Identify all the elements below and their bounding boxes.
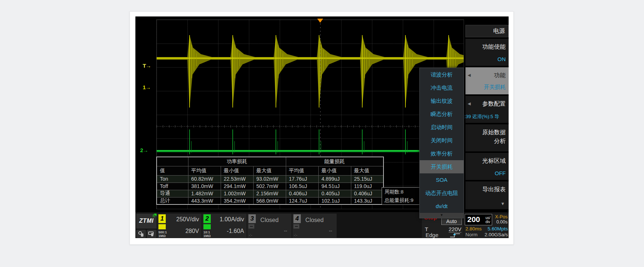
sidebar-menu: 电源 功能使能 ON ◀ 功能 开关损耗 ◀ 参数配置 :39 迟滞(%):5 … [465, 16, 509, 211]
trigger-mode-button[interactable]: Auto [441, 218, 462, 225]
tap-select-button[interactable] [147, 230, 157, 238]
sidebar-title-power: 电源 [465, 25, 509, 37]
ch2-probe-ratio: 10:1 [203, 230, 210, 234]
ch1-probe-ratio: 500:1 [158, 230, 167, 234]
cursor-zone-state: OFF [495, 170, 506, 176]
function-selected-value: 开关损耗 [484, 84, 506, 91]
menu-item-transient[interactable]: 瞬态分析 [420, 108, 464, 121]
ch2-ground-marker[interactable]: 2→ [140, 147, 148, 153]
timebase-block[interactable]: 200 us/div X-Pos 0.00s 2.80ms 5.60Mpts N… [464, 214, 509, 238]
ch2-offset: -1.60A [227, 228, 244, 234]
channel4-block[interactable]: 4 Closed -- -:- [292, 214, 337, 238]
timebase-scale-box[interactable]: 200 us/div [465, 214, 492, 225]
sidebar-item-function[interactable]: ◀ 功能 开关损耗 [465, 67, 509, 94]
chevron-left-icon: ◀ [468, 73, 471, 78]
ch3-offset: -- [284, 228, 287, 234]
ch1-scale: 250V/div [176, 216, 199, 223]
chevron-down-icon: ▼ [501, 201, 505, 206]
menu-item-harmonic[interactable]: 谐波分析 [420, 68, 464, 81]
channel2-block[interactable]: 2 10:11MΩ 1.00A/div -1.60A [202, 214, 247, 238]
touch-mode-button[interactable] [136, 230, 146, 238]
ch4-probe: -:- [294, 233, 297, 237]
xpos-label: X-Pos [495, 214, 508, 219]
ch3-probe: -:- [249, 233, 252, 237]
loss-measurement-table: 功率损耗 能量损耗 值 平均值 最小值 最大值 平均值 最小值 最大值 Ton6… [156, 157, 384, 205]
menu-item-turnon-time[interactable]: 启动时间 [420, 121, 464, 134]
sidebar-item-raw-data-analysis[interactable]: 原始数据 分析 [465, 124, 509, 151]
capture-span: 2.80ms [465, 226, 482, 232]
ch1-ground-marker[interactable]: 1→ [143, 84, 150, 90]
ch4-offset: -- [329, 228, 332, 234]
menu-item-turnoff-time[interactable]: 关闭时间 [420, 134, 464, 147]
channel3-block[interactable]: 3 Closed -- -:- [247, 214, 292, 238]
ch2-coupling-icon [203, 224, 211, 229]
function-enable-state: ON [498, 56, 506, 62]
menu-item-inrush[interactable]: 冲击电流 [420, 81, 464, 94]
ch2-scale: 1.00A/div [220, 216, 244, 223]
ch1-offset: 280V [186, 228, 199, 234]
menu-item-switching-loss[interactable]: 开关损耗 [420, 160, 464, 173]
ch2-badge: 2 [203, 214, 211, 223]
menu-scroll-down-icon[interactable]: ▼ [420, 213, 464, 218]
oscilloscope-app: T→ 1→ 2→ 功率损耗 能量损耗 值 平均值 最小值 最大值 平均值 最小值… [135, 16, 509, 238]
menu-item-dvdt[interactable]: dv/dt [420, 200, 464, 213]
param-config-summary: :39 迟滞(%):5 导 [464, 113, 509, 120]
sidebar-item-export-report[interactable]: 导出报表 ▼ [465, 181, 509, 209]
trigger-source: T [425, 226, 428, 232]
trigger-position-marker[interactable] [317, 19, 323, 23]
memory-depth: 5.60Mpts [487, 226, 508, 232]
table-row: 总计443.3mW354.2mW568.0mW124.7uJ102.1uJ143… [157, 197, 383, 204]
menu-item-ripple[interactable]: 输出纹波 [420, 94, 464, 108]
menu-item-dynamic-resistance[interactable]: 动态开点电阻 [420, 187, 464, 200]
trigger-level: 220V [449, 226, 461, 233]
ch1-coupling-icon [158, 224, 166, 229]
timebase-unit: us/div [486, 216, 490, 224]
trigger-level-marker[interactable]: T→ [143, 63, 151, 69]
menu-item-soa[interactable]: SOA [420, 173, 464, 187]
corner-badge [154, 214, 157, 217]
ch4-coupling-icon [293, 224, 299, 229]
rising-edge-icon [450, 233, 461, 238]
sidebar-item-cursor-zone[interactable]: 光标区域 OFF [465, 153, 509, 180]
ch4-status: Closed [292, 217, 337, 223]
table-group-row: 功率损耗 能量损耗 [157, 157, 383, 166]
center-axis-line [157, 126, 464, 127]
trigger-type: Edge [426, 232, 438, 238]
xpos-value: 0.00s [495, 219, 508, 225]
sidebar-item-param-config[interactable]: ◀ 参数配置 :39 迟滞(%):5 导 [465, 96, 509, 123]
table-row: 导通1.482mW1.002mW2.156mW0.406uJ0.405uJ0.4… [157, 190, 383, 197]
analysis-dropdown-menu: 谐波分析 冲击电流 输出纹波 瞬态分析 启动时间 关闭时间 效率分析 开关损耗 … [419, 68, 464, 218]
ch2-impedance: 1MΩ [203, 234, 211, 238]
menu-item-efficiency[interactable]: 效率分析 [420, 147, 464, 160]
group-power-loss: 功率损耗 [188, 157, 286, 166]
table-row: Toff381.0mW294.1mW502.7mW106.5uJ94.51uJ1… [157, 183, 383, 190]
ch3-status: Closed [247, 217, 292, 223]
table-row: Ton60.82mW22.53mW93.02mW17.76uJ4.899uJ25… [157, 175, 383, 183]
timebase-scale: 200 [467, 215, 480, 224]
acquisition-mode: Norm [465, 232, 478, 237]
chevron-left-icon: ◀ [468, 101, 471, 106]
sidebar-item-function-enable[interactable]: 功能使能 ON [465, 39, 509, 66]
brand-logo: ZTMI ® [136, 214, 157, 229]
ch1-badge: 1 [158, 214, 166, 223]
ch1-impedance: 1MΩ [158, 234, 166, 238]
ch3-coupling-icon [248, 224, 254, 229]
sample-rate: 2.00GSa/s [484, 232, 508, 237]
channel1-block[interactable]: 1 500:11MΩ 250V/div 280V [157, 214, 202, 238]
group-energy-loss: 能量损耗 [286, 157, 383, 166]
table-header-row: 值 平均值 最小值 最大值 平均值 最小值 最大值 [157, 166, 383, 175]
